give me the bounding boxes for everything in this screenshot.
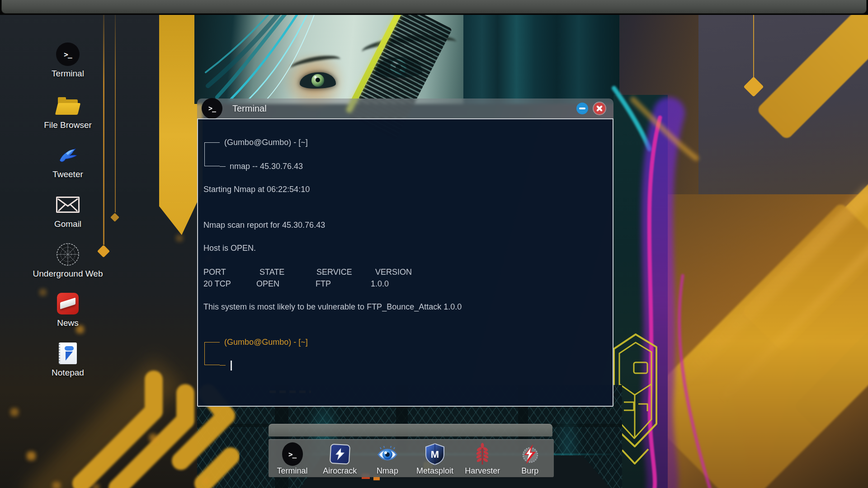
folder-icon — [55, 94, 80, 117]
window-controls — [576, 103, 605, 114]
lightning-icon — [317, 442, 363, 466]
minimize-icon[interactable] — [576, 103, 588, 114]
wallpaper-thin-line — [115, 14, 116, 212]
prompt-bracket — [204, 142, 220, 166]
dock-item-airocrack[interactable]: Airocrack — [317, 442, 363, 476]
news-icon — [55, 292, 80, 315]
wheat-icon — [460, 442, 505, 466]
table-cell-state: OPEN — [256, 278, 279, 290]
desktop-icon-label: Underground Web — [32, 269, 104, 279]
web-icon — [55, 243, 80, 266]
terminal-output[interactable]: (Gumbo@Gumbo) - [~] nmap -- 45.30.76.43 … — [197, 118, 613, 407]
table-header: STATE — [259, 266, 284, 278]
dock-item-label: Harvester — [460, 466, 505, 476]
desktop-icon-news[interactable]: News — [32, 292, 104, 328]
desktop-icon-label: Notepad — [32, 368, 104, 378]
desktop-icon-label: News — [32, 318, 104, 328]
dock-item-label: Nmap — [365, 466, 410, 476]
dock-item-label: Burp — [507, 466, 552, 476]
system-topbar[interactable] — [1, 0, 867, 14]
terminal-prompt-glyph: >_ — [64, 50, 71, 59]
burp-bolt-icon — [507, 442, 552, 466]
terminal-window: >_ Terminal (Gumbo@Gumbo) - [~] nmap -- … — [197, 99, 613, 407]
dock-item-label: Terminal — [270, 466, 315, 476]
close-icon[interactable] — [594, 103, 605, 114]
desktop-icon-gomail[interactable]: Gomail — [32, 193, 104, 229]
shield-icon: M — [412, 442, 458, 466]
dock-item-metasploit[interactable]: M Metasploit — [412, 442, 458, 476]
window-title: Terminal — [232, 103, 267, 114]
desktop-icon-underground-web[interactable]: Underground Web — [32, 243, 104, 279]
terminal-prompt-glyph: >_ — [208, 104, 216, 113]
desktop-icon-label: Tweeter — [32, 169, 104, 179]
table-cell-service: FTP — [316, 278, 331, 290]
table-header: VERSION — [375, 266, 412, 278]
prompt-input-line[interactable] — [230, 359, 232, 371]
dock-item-terminal[interactable]: >_ Terminal — [270, 442, 315, 476]
dock-item-label: Airocrack — [317, 466, 363, 476]
text-cursor — [231, 361, 232, 371]
output-line-vulnerability: This system is most likely to be vulnera… — [203, 301, 462, 313]
table-cell-version: 1.0.0 — [371, 278, 389, 290]
shell-prompt: (Gumbo@Gumbo) - [~] nmap -- 45.30.76.43 — [203, 136, 520, 191]
wallpaper-hanging-line — [753, 14, 754, 81]
output-line-host: Host is OPEN. — [203, 242, 256, 254]
terminal-icon: >_ — [55, 42, 80, 66]
prompt-context: (Gumbo@Gumbo) - [~] — [224, 336, 308, 348]
dock-item-nmap[interactable]: Nmap — [365, 442, 410, 476]
output-line-starting: Starting Nmap at 06:22:54:10 — [203, 183, 310, 195]
dock-item-burp[interactable]: Burp — [507, 442, 552, 476]
dock-item-label: Metasploit — [412, 466, 458, 476]
desktop-icon-label: Gomail — [32, 219, 104, 229]
window-titlebar[interactable]: >_ Terminal — [197, 99, 613, 118]
desktop-icon-label: Terminal — [32, 69, 104, 79]
prompt-bracket — [204, 342, 220, 365]
desktop-icon-notepad[interactable]: Notepad — [32, 342, 104, 378]
terminal-app-icon: >_ — [202, 98, 222, 119]
output-line-report: Nmap scan report for 45.30.76.43 — [203, 219, 325, 231]
desktop-icon-file-browser[interactable]: File Browser — [32, 94, 104, 130]
prompt-command: nmap -- 45.30.76.43 — [230, 160, 303, 172]
wallpaper-curtain — [463, 14, 619, 104]
table-header: SERVICE — [316, 266, 352, 278]
notepad-icon — [55, 342, 80, 365]
scan-results-table: PORT STATE SERVICE VERSION 20 TCP OPEN F… — [203, 266, 475, 290]
bird-icon — [55, 143, 80, 167]
terminal-prompt-glyph: >_ — [288, 450, 296, 459]
background-window-bar[interactable] — [269, 424, 552, 436]
desktop-icon-label: File Browser — [32, 120, 104, 130]
envelope-icon — [55, 193, 80, 216]
wallpaper-hair — [199, 9, 321, 99]
shell-prompt-active: (Gumbo@Gumbo) - [~] — [203, 336, 520, 390]
desktop-icon-terminal[interactable]: >_ Terminal — [32, 42, 104, 79]
dock: >_ Terminal Airocrack Nmap — [269, 439, 554, 477]
desktop-icon-tweeter[interactable]: Tweeter — [32, 143, 104, 179]
prompt-context: (Gumbo@Gumbo) - [~] — [224, 136, 308, 148]
metasploit-letter: M — [431, 449, 439, 460]
table-header: PORT — [203, 266, 226, 278]
table-cell-port: 20 TCP — [203, 278, 231, 290]
terminal-icon: >_ — [270, 442, 315, 466]
dock-item-harvester[interactable]: Harvester — [460, 442, 505, 476]
eye-icon — [365, 442, 410, 466]
